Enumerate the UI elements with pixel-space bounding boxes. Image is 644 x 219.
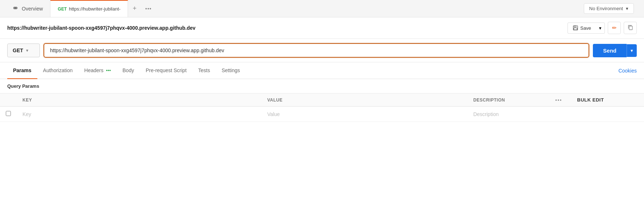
overview-icon <box>12 5 19 12</box>
url-input[interactable] <box>44 43 589 58</box>
tab-pre-request-label: Pre-request Script <box>146 67 187 73</box>
row-more-cell <box>550 107 571 122</box>
tab-body-label: Body <box>123 67 134 73</box>
bulk-edit-col-header: Bulk Edit <box>571 94 644 107</box>
svg-rect-2 <box>574 28 577 30</box>
send-button-group: Send ▾ <box>593 44 637 57</box>
tab-authorization[interactable]: Authorization <box>37 62 79 79</box>
method-chevron: ▾ <box>26 48 28 53</box>
environment-label: No Environment <box>589 6 623 11</box>
value-col-header: VALUE <box>261 94 467 107</box>
query-params-title: Query Params <box>7 83 39 89</box>
key-col-header: KEY <box>17 94 261 107</box>
desc-col-header: DESCRIPTION <box>467 94 549 107</box>
address-bar-area: https://hubwriter-jubilant-spoon-xxg4597… <box>0 17 644 39</box>
environment-selector[interactable]: No Environment ▾ <box>584 3 634 14</box>
row-value-cell[interactable]: Value <box>261 107 467 122</box>
tab-more-button[interactable]: ••• <box>141 0 156 17</box>
copy-icon <box>628 25 633 32</box>
method-label: GET <box>13 47 23 53</box>
tab-settings[interactable]: Settings <box>216 62 246 79</box>
row-checkbox-input[interactable] <box>6 111 11 116</box>
checkbox-col-header <box>0 94 17 107</box>
headers-badge: ••• <box>106 68 111 73</box>
tab-headers-label: Headers <box>84 67 103 73</box>
table-row: Key Value Description <box>0 107 644 122</box>
tab-tests-label: Tests <box>198 67 210 73</box>
tab-params-label: Params <box>13 67 32 73</box>
tab-body[interactable]: Body <box>117 62 140 79</box>
send-chevron-button[interactable]: ▾ <box>627 44 637 57</box>
copy-button[interactable] <box>624 22 637 34</box>
toolbar-right: Save ▾ ✏ <box>567 22 637 34</box>
tab-settings-label: Settings <box>222 67 240 73</box>
edit-button[interactable]: ✏ <box>608 22 621 34</box>
row-desc-placeholder: Description <box>473 111 499 117</box>
tab-add-button[interactable]: + <box>128 0 141 17</box>
bulk-edit-button[interactable]: Bulk Edit <box>577 97 604 103</box>
save-chevron-button[interactable]: ▾ <box>596 22 605 34</box>
save-button[interactable]: Save <box>567 22 596 34</box>
send-button[interactable]: Send <box>593 44 627 57</box>
row-bulk-cell <box>571 107 644 122</box>
edit-icon: ✏ <box>612 25 617 31</box>
row-desc-cell[interactable]: Description <box>467 107 549 122</box>
tab-params[interactable]: Params <box>7 62 37 79</box>
overview-tab-label: Overview <box>22 6 43 12</box>
tab-request[interactable]: GET https://hubwriter-jubilant- <box>50 0 128 17</box>
row-value-placeholder: Value <box>267 111 280 117</box>
table-more-dots[interactable]: ••• <box>556 98 562 103</box>
request-line: GET ▾ Send ▾ <box>0 39 644 62</box>
save-chevron-icon: ▾ <box>599 25 602 31</box>
cookies-link[interactable]: Cookies <box>618 68 637 74</box>
tab-authorization-label: Authorization <box>43 67 73 73</box>
save-icon <box>573 25 578 30</box>
more-col-header: ••• <box>550 94 571 107</box>
svg-rect-1 <box>574 26 576 27</box>
params-table: KEY VALUE DESCRIPTION ••• Bulk Edit Key … <box>0 94 644 122</box>
tab-headers[interactable]: Headers ••• <box>78 62 116 79</box>
save-label: Save <box>580 25 591 31</box>
save-button-group: Save ▾ <box>567 22 605 34</box>
request-tabs: Params Authorization Headers ••• Body Pr… <box>0 62 644 79</box>
request-tab-url: https://hubwriter-jubilant- <box>69 6 120 12</box>
tab-pre-request[interactable]: Pre-request Script <box>140 62 193 79</box>
tab-bar: Overview GET https://hubwriter-jubilant-… <box>0 0 644 17</box>
svg-rect-3 <box>629 26 632 30</box>
address-title: https://hubwriter-jubilant-spoon-xxg4597… <box>7 25 563 31</box>
row-key-cell[interactable]: Key <box>17 107 261 122</box>
request-tab-method: GET <box>58 7 67 12</box>
tab-overview[interactable]: Overview <box>4 0 50 17</box>
environment-chevron: ▾ <box>626 6 628 11</box>
query-params-section: Query Params <box>0 79 644 94</box>
tab-tests[interactable]: Tests <box>193 62 216 79</box>
row-checkbox[interactable] <box>0 107 17 122</box>
table-header-row: KEY VALUE DESCRIPTION ••• Bulk Edit <box>0 94 644 107</box>
method-dropdown[interactable]: GET ▾ <box>7 44 40 57</box>
row-key-placeholder: Key <box>22 111 31 117</box>
